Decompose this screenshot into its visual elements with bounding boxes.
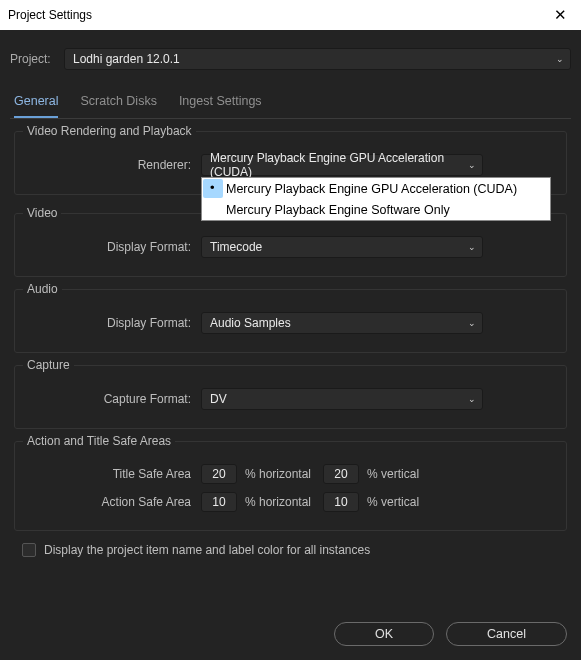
video-display-format-select[interactable]: Timecode ⌄ [201, 236, 483, 258]
tab-ingest-settings[interactable]: Ingest Settings [179, 88, 262, 118]
project-select[interactable]: Lodhi garden 12.0.1 ⌄ [64, 48, 571, 70]
action-safe-label: Action Safe Area [25, 495, 201, 509]
pct-h-label: % horizontal [237, 467, 323, 481]
project-label: Project: [10, 52, 56, 66]
capture-format-select[interactable]: DV ⌄ [201, 388, 483, 410]
group-audio: Audio Display Format: Audio Samples ⌄ [14, 289, 567, 353]
renderer-row: Renderer: Mercury Playback Engine GPU Ac… [25, 154, 556, 176]
window-title: Project Settings [8, 8, 92, 22]
chevron-down-icon: ⌄ [468, 242, 476, 252]
group-legend-capture: Capture [23, 358, 74, 372]
chevron-down-icon: ⌄ [556, 54, 564, 64]
action-safe-row: Action Safe Area 10 % horizontal 10 % ve… [25, 492, 556, 512]
title-safe-v-input[interactable]: 20 [323, 464, 359, 484]
group-safe-areas: Action and Title Safe Areas Title Safe A… [14, 441, 567, 531]
general-content: Video Rendering and Playback Renderer: M… [10, 119, 571, 557]
footer-buttons: OK Cancel [334, 622, 567, 646]
renderer-dropdown: Mercury Playback Engine GPU Acceleration… [201, 177, 551, 221]
display-item-checkbox-row[interactable]: Display the project item name and label … [22, 543, 563, 557]
video-display-format-field: Timecode ⌄ [201, 236, 483, 258]
close-button[interactable]: ✕ [539, 0, 581, 30]
action-safe-v-input[interactable]: 10 [323, 492, 359, 512]
titlebar: Project Settings ✕ [0, 0, 581, 30]
renderer-select[interactable]: Mercury Playback Engine GPU Acceleration… [201, 154, 483, 176]
checkbox-icon [22, 543, 36, 557]
audio-display-format-label: Display Format: [25, 316, 201, 330]
ok-button[interactable]: OK [334, 622, 434, 646]
group-video-rendering: Video Rendering and Playback Renderer: M… [14, 131, 567, 195]
capture-format-label: Capture Format: [25, 392, 201, 406]
group-capture: Capture Capture Format: DV ⌄ [14, 365, 567, 429]
close-icon: ✕ [554, 6, 567, 24]
group-video: Video Display Format: Timecode ⌄ [14, 213, 567, 277]
cancel-button[interactable]: Cancel [446, 622, 567, 646]
action-safe-h-input[interactable]: 10 [201, 492, 237, 512]
renderer-option-software[interactable]: Mercury Playback Engine Software Only [202, 199, 550, 220]
video-display-format-row: Display Format: Timecode ⌄ [25, 236, 556, 258]
display-item-checkbox-label: Display the project item name and label … [44, 543, 370, 557]
pct-v-label: % vertical [359, 495, 431, 509]
title-safe-h-input[interactable]: 20 [201, 464, 237, 484]
title-safe-row: Title Safe Area 20 % horizontal 20 % ver… [25, 464, 556, 484]
group-legend-video: Video [23, 206, 61, 220]
chevron-down-icon: ⌄ [468, 394, 476, 404]
capture-format-field: DV ⌄ [201, 388, 483, 410]
renderer-option-cuda[interactable]: Mercury Playback Engine GPU Acceleration… [202, 178, 550, 199]
pct-v-label: % vertical [359, 467, 431, 481]
audio-display-format-row: Display Format: Audio Samples ⌄ [25, 312, 556, 334]
title-safe-label: Title Safe Area [25, 467, 201, 481]
video-display-format-value: Timecode [210, 240, 262, 254]
capture-format-row: Capture Format: DV ⌄ [25, 388, 556, 410]
audio-display-format-field: Audio Samples ⌄ [201, 312, 483, 334]
chevron-down-icon: ⌄ [468, 318, 476, 328]
panel: Project: Lodhi garden 12.0.1 ⌄ General S… [0, 30, 581, 567]
tab-general[interactable]: General [14, 88, 58, 118]
audio-display-format-value: Audio Samples [210, 316, 291, 330]
group-legend-safe: Action and Title Safe Areas [23, 434, 175, 448]
audio-display-format-select[interactable]: Audio Samples ⌄ [201, 312, 483, 334]
tabs: General Scratch Disks Ingest Settings [10, 88, 571, 119]
group-legend-audio: Audio [23, 282, 62, 296]
tab-scratch-disks[interactable]: Scratch Disks [80, 88, 156, 118]
project-row: Project: Lodhi garden 12.0.1 ⌄ [10, 48, 571, 70]
project-value: Lodhi garden 12.0.1 [73, 52, 180, 66]
renderer-field: Mercury Playback Engine GPU Acceleration… [201, 154, 483, 176]
pct-h-label: % horizontal [237, 495, 323, 509]
renderer-value: Mercury Playback Engine GPU Acceleration… [210, 151, 474, 179]
capture-format-value: DV [210, 392, 227, 406]
video-display-format-label: Display Format: [25, 240, 201, 254]
group-legend-vr: Video Rendering and Playback [23, 124, 196, 138]
renderer-label: Renderer: [25, 158, 201, 172]
